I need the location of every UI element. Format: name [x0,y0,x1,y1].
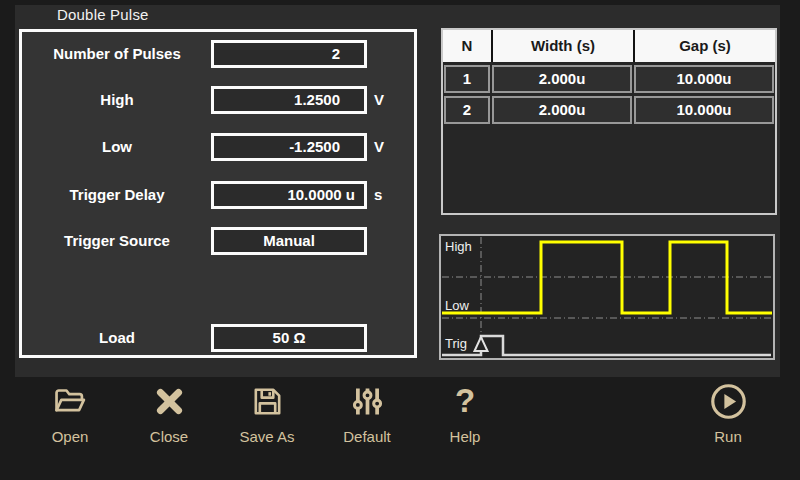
help-button[interactable]: ?Help [420,381,510,445]
row-number-cell: 2 [444,96,490,124]
waveform-low-label: Low [445,298,469,313]
save-as-button-label: Save As [222,428,312,445]
form-row-trigger-delay: Trigger Delay10.0000 us [22,181,414,209]
table-row: 12.000u10.000u [443,65,775,93]
column-header: Gap (s) [633,30,775,62]
table-cell[interactable]: 2.000u [492,96,632,124]
low-field[interactable]: -1.2500 [211,133,367,161]
default-button-label: Default [322,428,412,445]
close-button-label: Close [124,428,214,445]
high-unit-label: V [374,86,412,114]
trigger-source-label: Trigger Source [22,227,212,255]
table-cell[interactable]: 10.000u [634,96,774,124]
sliders-icon [322,381,412,421]
page-title: Double Pulse [57,6,149,23]
load-label: Load [22,324,212,352]
form-row-high: High1.2500V [22,86,414,114]
trigger-delay-unit-label: s [374,181,412,209]
trigger-source-field[interactable]: Manual [211,227,367,255]
open-button[interactable]: Open [25,381,115,445]
form-row-number-of-pulses: Number of Pulses2 [22,40,414,68]
column-header: N [443,30,491,62]
column-header: Width (s) [491,30,633,62]
trigger-arrow-icon [475,337,488,351]
waveform-trig-label: Trig [445,336,467,351]
trigger-delay-field[interactable]: 10.0000 u [211,181,367,209]
waveform-high-label: High [445,239,472,254]
run-button[interactable]: Run [683,381,773,445]
low-unit-label: V [374,133,412,161]
form-row-low: Low-1.2500V [22,133,414,161]
row-number-cell: 1 [444,65,490,93]
trigger-delay-label: Trigger Delay [22,181,212,209]
form-row-load: Load50 Ω [22,324,414,352]
close-icon [124,381,214,421]
pulse-table: NWidth (s)Gap (s)12.000u10.000u22.000u10… [441,28,777,215]
default-button[interactable]: Default [322,381,412,445]
help-button-label: Help [420,428,510,445]
save-icon [222,381,312,421]
trigger-trace [442,336,771,355]
open-button-label: Open [25,428,115,445]
save-as-button[interactable]: Save As [222,381,312,445]
pulse-table-header: NWidth (s)Gap (s) [443,30,775,62]
help-icon: ? [420,381,510,421]
table-cell[interactable]: 10.000u [634,65,774,93]
open-folder-icon [25,381,115,421]
run-button-label: Run [683,428,773,445]
high-field[interactable]: 1.2500 [211,86,367,114]
pulse-settings-panel: Number of Pulses2High1.2500VLow-1.2500VT… [19,29,417,358]
close-button[interactable]: Close [124,381,214,445]
toolbar: OpenCloseSave AsDefault?HelpRun [0,377,800,480]
waveform-preview: High Low Trig [439,234,775,360]
number-of-pulses-field[interactable]: 2 [211,40,367,68]
form-row-trigger-source: Trigger SourceManual [22,227,414,255]
table-cell[interactable]: 2.000u [492,65,632,93]
load-field[interactable]: 50 Ω [211,324,367,352]
waveform-plot [441,236,773,358]
number-of-pulses-label: Number of Pulses [22,40,212,68]
low-label: Low [22,133,212,161]
high-label: High [22,86,212,114]
table-row: 22.000u10.000u [443,96,775,124]
run-icon [683,381,773,421]
